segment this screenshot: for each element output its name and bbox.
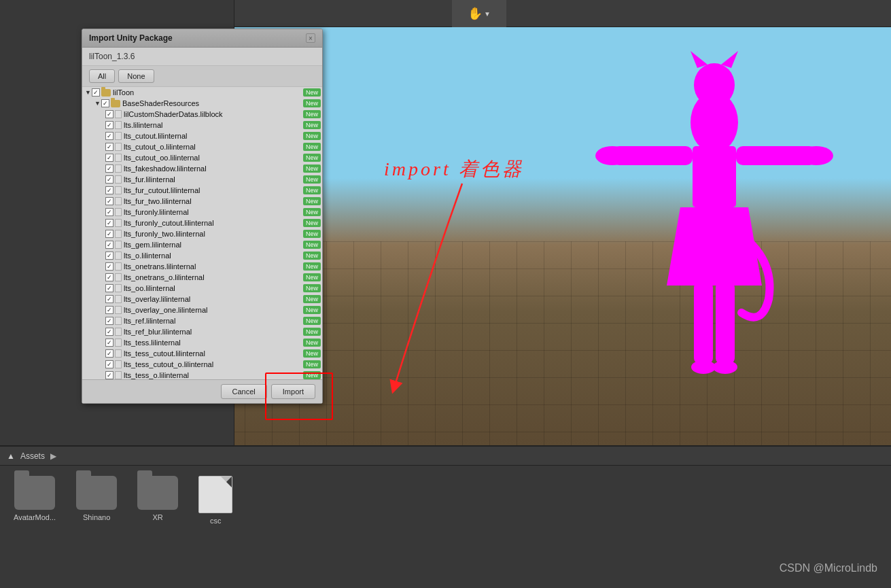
file-icon-19	[115, 317, 122, 325]
file-icon-2	[115, 132, 122, 140]
checkbox-7[interactable]	[105, 186, 113, 194]
badge-19: New	[303, 317, 321, 325]
tree-item-17[interactable]: lts_overlay.lilinternal New	[82, 294, 322, 305]
tree-item-18[interactable]: lts_overlay_one.lilinternal New	[82, 305, 322, 315]
asset-item-csc[interactable]: csc	[198, 476, 232, 525]
checkbox-23[interactable]	[105, 360, 113, 368]
badge-11: New	[303, 230, 321, 238]
checkbox-6[interactable]	[105, 175, 113, 184]
svg-point-12	[691, 360, 716, 374]
checkbox-8[interactable]	[105, 197, 113, 205]
checkbox-10[interactable]	[105, 219, 113, 227]
checkbox-15[interactable]	[105, 273, 113, 281]
asset-label-xr: XR	[153, 513, 163, 521]
item-name-7: lts_fur_cutout.lilinternal	[124, 186, 303, 194]
tree-item-22[interactable]: lts_tess_cutout.lilinternal New	[82, 348, 322, 359]
tree-item-4[interactable]: lts_cutout_oo.lilinternal New	[82, 152, 322, 163]
file-icon-23	[115, 360, 122, 368]
svg-point-8	[595, 146, 629, 165]
file-icon-21	[115, 339, 122, 347]
checkbox-bs[interactable]	[101, 99, 109, 107]
assets-breadcrumb[interactable]: ▲ Assets ▶	[7, 451, 56, 461]
breadcrumb-arrow: ▶	[50, 451, 56, 461]
checkbox-19[interactable]	[105, 317, 113, 325]
checkbox-14[interactable]	[105, 262, 113, 271]
asset-item-avatarmod[interactable]: AvatarMod...	[14, 476, 56, 521]
tree-item-23[interactable]: lts_tess_cutout_o.lilinternal New	[82, 359, 322, 370]
asset-item-xr[interactable]: XR	[137, 476, 178, 521]
checkbox-9[interactable]	[105, 208, 113, 216]
item-name-20: lts_ref_blur.lilinternal	[124, 328, 303, 336]
assets-label: Assets	[20, 451, 45, 461]
dialog-close-button[interactable]: ×	[306, 33, 315, 43]
checkbox-22[interactable]	[105, 349, 113, 358]
badge-bs: New	[303, 99, 321, 107]
checkbox-21[interactable]	[105, 339, 113, 347]
badge-13: New	[303, 252, 321, 260]
file-list[interactable]: ▼ lilToon New ▼ BaseShaderResources New …	[82, 87, 322, 379]
svg-rect-4	[693, 146, 736, 207]
tree-item-24[interactable]: lts_tess_o.lilinternal New	[82, 370, 322, 379]
tree-item-11[interactable]: lts_furonly_two.lilinternal New	[82, 228, 322, 239]
cancel-button[interactable]: Cancel	[221, 384, 267, 399]
checkbox-13[interactable]	[105, 252, 113, 260]
badge-1: New	[303, 121, 321, 129]
item-name-2: lts_cutout.lilinternal	[124, 132, 303, 140]
tree-item-3[interactable]: lts_cutout_o.lilinternal New	[82, 141, 322, 152]
tree-item-14[interactable]: lts_onetrans.lilinternal New	[82, 261, 322, 272]
tree-item-9[interactable]: lts_furonly.lilinternal New	[82, 207, 322, 218]
tree-item-16[interactable]: lts_oo.lilinternal New	[82, 283, 322, 294]
tree-item-19[interactable]: lts_ref.lilinternal New	[82, 315, 322, 326]
checkbox-3[interactable]	[105, 143, 113, 151]
checkbox-20[interactable]	[105, 328, 113, 336]
tree-item-1[interactable]: lts.lilinternal New	[82, 120, 322, 131]
tree-item-15[interactable]: lts_onetrans_o.lilinternal New	[82, 272, 322, 283]
toolbar-hand-area: ✋ ▼	[452, 0, 506, 27]
item-name-12: lts_gem.lilinternal	[124, 241, 303, 249]
import-button[interactable]: Import	[271, 384, 315, 399]
item-name-8: lts_fur_two.lilinternal	[124, 197, 303, 205]
tree-item-8[interactable]: lts_fur_two.lilinternal New	[82, 196, 322, 207]
checkbox-16[interactable]	[105, 284, 113, 292]
tree-item-12[interactable]: lts_gem.lilinternal New	[82, 239, 322, 250]
item-name-13: lts_o.lilinternal	[124, 252, 303, 260]
item-name-bs: BaseShaderResources	[122, 99, 303, 107]
all-button[interactable]: All	[89, 69, 115, 83]
svg-point-13	[713, 360, 737, 374]
none-button[interactable]: None	[118, 69, 154, 83]
tree-item-6[interactable]: lts_fur.lilinternal New	[82, 174, 322, 185]
tree-item-root[interactable]: ▼ lilToon New	[82, 87, 322, 98]
file-icon-15	[115, 273, 122, 281]
tree-item-10[interactable]: lts_furonly_cutout.lilinternal New	[82, 218, 322, 228]
tree-item-0[interactable]: lilCustomShaderDatas.lilblock New	[82, 109, 322, 120]
checkbox-24[interactable]	[105, 371, 113, 379]
checkbox-4[interactable]	[105, 154, 113, 162]
tree-item-21[interactable]: lts_tess.lilinternal New	[82, 337, 322, 348]
tree-item-5[interactable]: lts_fakeshadow.lilinternal New	[82, 163, 322, 174]
badge-2: New	[303, 132, 321, 140]
tree-item-2[interactable]: lts_cutout.lilinternal New	[82, 131, 322, 141]
checkbox-18[interactable]	[105, 306, 113, 314]
badge-8: New	[303, 197, 321, 205]
dialog-title-bar: Import Unity Package ×	[82, 29, 322, 48]
file-icon-12	[115, 241, 122, 249]
tree-item-20[interactable]: lts_ref_blur.lilinternal New	[82, 326, 322, 337]
item-name-21: lts_tess.lilinternal	[124, 339, 303, 347]
tree-item-7[interactable]: lts_fur_cutout.lilinternal New	[82, 185, 322, 196]
tree-item-baseshader[interactable]: ▼ BaseShaderResources New	[82, 98, 322, 109]
checkbox-17[interactable]	[105, 295, 113, 303]
asset-item-shinano[interactable]: Shinano	[76, 476, 117, 521]
tree-item-13[interactable]: lts_o.lilinternal New	[82, 250, 322, 261]
svg-rect-10	[694, 282, 713, 364]
checkbox-2[interactable]	[105, 132, 113, 140]
checkbox-5[interactable]	[105, 165, 113, 173]
checkbox-11[interactable]	[105, 230, 113, 238]
csdn-watermark: CSDN @MicroLindb	[780, 562, 877, 574]
checkbox-root[interactable]	[92, 88, 100, 97]
badge-18: New	[303, 306, 321, 314]
checkbox-0[interactable]	[105, 110, 113, 118]
file-icon-24	[115, 371, 122, 379]
hand-icon: ✋	[468, 6, 483, 21]
checkbox-12[interactable]	[105, 241, 113, 249]
checkbox-1[interactable]	[105, 121, 113, 129]
